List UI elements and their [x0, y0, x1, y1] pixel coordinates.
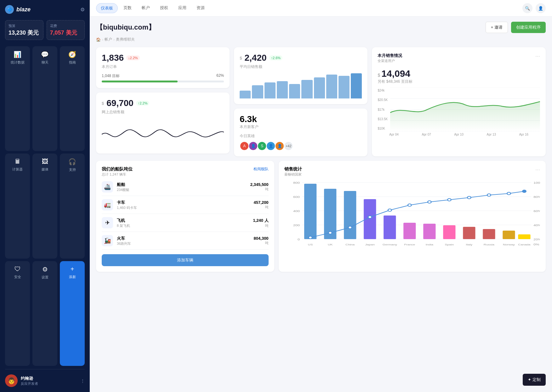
sidebar-item-security[interactable]: 🛡 安全: [5, 261, 30, 366]
sidebar-item-calculator[interactable]: 🖩 计算器: [5, 154, 30, 258]
tab-dashboard[interactable]: 仪表板: [96, 3, 118, 13]
orders-label: 本月订单: [102, 64, 224, 70]
page-title: 【biqubiqu.com】: [96, 23, 155, 32]
svg-rect-29: [463, 227, 475, 239]
monthly-sales-more[interactable]: ···: [535, 53, 540, 59]
content-area: 【biqubiqu.com】 + 邀请 创建应用程序 🏠 › 帐户 › 奥弗维耶…: [90, 17, 552, 392]
mini-bar-6: [314, 77, 325, 98]
sidebar: 🔷 blaze ⚙ 预算 13,230 美元 花费 7,057 美元 📊 统计数…: [0, 0, 90, 392]
train-info: 火车 36路列车: [117, 236, 250, 246]
analytics-icon: 📊: [14, 51, 21, 58]
sidebar-item-media[interactable]: 🖼 媒体: [32, 154, 57, 258]
svg-point-36: [368, 216, 372, 218]
monthly-sales-chart: [390, 87, 540, 132]
svg-text:Italy: Italy: [466, 243, 472, 246]
add-icon: +: [71, 266, 74, 273]
fleet-link[interactable]: 检阅舰队: [253, 166, 269, 172]
logo-icon: 🔷: [5, 5, 14, 14]
sidebar-settings-icon[interactable]: ⚙: [80, 7, 85, 13]
breadcrumb-accounts[interactable]: 帐户: [105, 37, 112, 42]
train-icon: 🚂: [102, 235, 113, 246]
fleet-card: 我们的船队吨位 总计 1,247 辆车 检阅舰队 🚢 船舶 234艘艇 2,34…: [96, 161, 274, 272]
svg-text:Norway: Norway: [503, 243, 515, 246]
truck-info: 卡车 1,460 码卡车: [117, 200, 250, 210]
budget-value: 13,230 美元: [9, 30, 40, 36]
budget-card: 预算 13,230 美元: [5, 20, 43, 40]
svg-text:20%: 20%: [533, 238, 540, 241]
search-icon[interactable]: 🔍: [522, 3, 532, 13]
breadcrumb: 🏠 › 帐户 › 奥弗维耶夫: [96, 37, 546, 42]
main-content: 仪表板页数帐户授权应用资源 🔍 👤 【biqubiqu.com】 + 邀请 创建…: [90, 0, 552, 392]
fleet-item-train: 🚂 火车 36路列车 804,300 吨: [102, 232, 269, 250]
top-navigation: 仪表板页数帐户授权应用资源 🔍 👤: [90, 0, 552, 17]
media-label: 媒体: [42, 167, 48, 172]
budget-cards: 预算 13,230 美元 花费 7,057 美元: [5, 20, 85, 40]
sidebar-item-support[interactable]: 🎧 支持: [60, 154, 85, 258]
hero-avatar-2: 👤: [248, 141, 258, 151]
sales-stats-subtitle: 最畅销国家: [284, 172, 302, 177]
monthly-sales-title: 本月销售情况: [378, 53, 402, 59]
sidebar-item-add[interactable]: + 添新: [60, 261, 85, 366]
svg-text:UK: UK: [327, 243, 333, 246]
svg-point-40: [447, 199, 451, 201]
tab-resources[interactable]: 资源: [192, 3, 209, 13]
hero-avatar-1: A: [240, 141, 249, 151]
tab-accounts[interactable]: 帐户: [137, 3, 154, 13]
sales-stats-header: 销售统计 最畅销国家 ···: [284, 166, 540, 177]
svg-text:200: 200: [293, 224, 300, 227]
security-label: 安全: [14, 275, 21, 279]
tab-auth[interactable]: 授权: [156, 3, 173, 13]
total-sales-badge: ↑2.2%: [136, 101, 150, 106]
mini-bar-5: [301, 80, 312, 98]
svg-text:China: China: [345, 243, 355, 246]
svg-text:0: 0: [298, 238, 300, 241]
page-header: 【biqubiqu.com】 + 邀请 创建应用程序: [96, 22, 546, 33]
hero-avatars: A 👤 S 👤 👤 +42: [240, 141, 362, 151]
user-more-icon[interactable]: ⋮: [81, 378, 85, 383]
user-profile-icon[interactable]: 👤: [536, 3, 546, 13]
mini-bar-9: [351, 73, 362, 98]
sidebar-item-chat[interactable]: 💬 聊天: [32, 46, 57, 151]
sidebar-item-guide[interactable]: 🧭 指南: [60, 46, 85, 151]
avg-daily-value: 2,420: [244, 53, 266, 63]
orders-stat-header: 1,836 ↓2.2%: [102, 53, 224, 63]
user-role: 反应开发者: [21, 381, 77, 386]
svg-point-34: [328, 232, 332, 234]
settings-icon: ⚙: [42, 266, 48, 273]
support-label: 支持: [69, 167, 76, 172]
truck-value: 457,200 吨: [254, 200, 269, 210]
nav-tabs: 仪表板页数帐户授权应用资源: [96, 3, 209, 13]
plane-unit: 吨: [253, 223, 268, 228]
ship-unit: 吨: [250, 187, 269, 192]
svg-point-38: [408, 204, 411, 206]
logo: 🔷 blaze: [5, 5, 31, 14]
wave-chart: [102, 122, 224, 147]
invite-button[interactable]: + 邀请: [486, 22, 508, 33]
guide-label: 指南: [69, 60, 76, 65]
tab-pages[interactable]: 页数: [119, 3, 136, 13]
add-vehicle-button[interactable]: 添加车辆: [102, 254, 269, 266]
fleet-title: 我们的船队吨位: [102, 166, 133, 172]
svg-text:US: US: [308, 243, 313, 246]
avg-daily-card: $ 2,420 ↑2.6% 平均日销售额: [234, 47, 367, 104]
page-actions: + 邀请 创建应用程序: [486, 22, 546, 33]
security-icon: 🛡: [14, 266, 21, 273]
avg-daily-label: 平均日销售额: [240, 64, 362, 70]
total-sales-header: $ 69,700 ↑2.2%: [102, 98, 224, 108]
calculator-icon: 🖩: [14, 158, 21, 165]
svg-point-39: [428, 201, 431, 203]
orders-target: 1,048 目标: [102, 73, 120, 79]
user-info: 约翰逊 反应开发者: [21, 376, 77, 386]
mini-bar-1: [252, 85, 263, 98]
create-app-button[interactable]: 创建应用程序: [511, 22, 546, 33]
combo-chart: 800 600 400 200 0 100% 80% 60% 40% 20% 0…: [284, 179, 540, 249]
plane-amount: 1,240 人: [253, 218, 268, 223]
tab-apps[interactable]: 应用: [174, 3, 191, 13]
truck-amount: 457,200: [254, 200, 269, 205]
svg-point-37: [388, 209, 391, 211]
customize-button[interactable]: ✦ 定制: [523, 374, 546, 386]
expense-label: 花费: [50, 24, 82, 28]
sidebar-item-analytics[interactable]: 📊 统计数据: [5, 46, 30, 151]
sales-stats-more[interactable]: ···: [535, 166, 540, 173]
sidebar-item-settings[interactable]: ⚙ 设置: [32, 261, 57, 366]
